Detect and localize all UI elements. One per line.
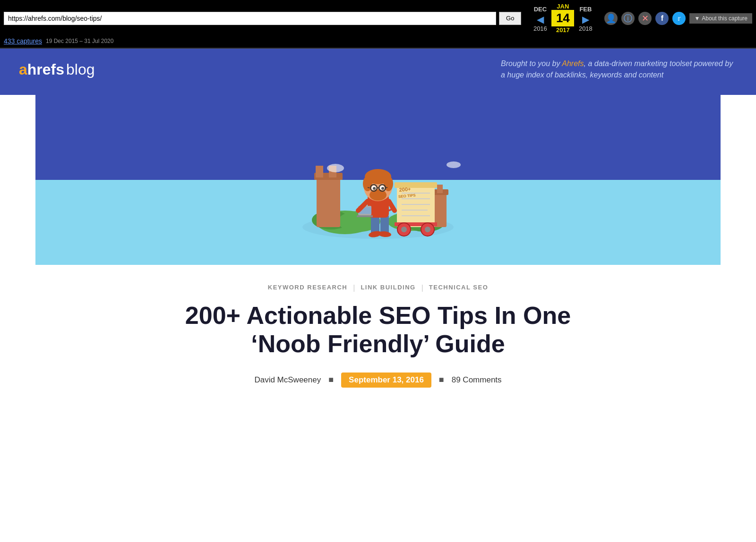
next-arrow[interactable]: ▶	[580, 14, 591, 25]
prev-month-col: DEC ◀ 2016	[529, 5, 551, 32]
about-capture-button[interactable]: ▼ About this capture	[689, 13, 752, 24]
hero-illustration: 200+ SEO TIPS	[284, 109, 472, 251]
tag-keyword-research[interactable]: KEYWORD RESEARCH	[268, 284, 347, 292]
tagline: Brought to you by Ahrefs, a data-driven …	[501, 58, 737, 81]
captures-date-range: 19 Dec 2015 – 31 Jul 2020	[46, 38, 113, 44]
hero-area: 200+ SEO TIPS	[35, 95, 721, 265]
svg-point-46	[373, 187, 376, 190]
tag-link-building[interactable]: LINK BUILDING	[361, 284, 415, 292]
user-icon[interactable]: 👤	[604, 12, 618, 25]
article-meta: David McSweeney ■ September 13, 2016 ■ 8…	[9, 373, 747, 388]
toolbar-icons: 👤 ⓘ ✕ f 𝕣 ▼ About this capture	[604, 12, 752, 25]
article-area: KEYWORD RESEARCH | LINK BUILDING | TECHN…	[0, 265, 756, 397]
tag-separator-1: |	[353, 284, 355, 292]
comments-count: 89 Comments	[452, 375, 502, 385]
captures-link[interactable]: 433 captures	[4, 37, 42, 45]
svg-point-55	[447, 161, 461, 168]
facebook-icon[interactable]: f	[655, 12, 669, 25]
svg-rect-6	[317, 175, 340, 227]
logo-a-letter: a	[19, 61, 27, 78]
prev-year-label: 2016	[529, 25, 551, 32]
svg-line-51	[368, 187, 369, 188]
svg-point-54	[327, 164, 344, 172]
author-name: David McSweeney	[254, 375, 321, 385]
logo-area: ahrefs blog	[19, 61, 95, 78]
logo-hrefs-text: hrefs	[27, 61, 64, 78]
svg-rect-8	[316, 166, 323, 178]
meta-dot-2: ■	[439, 375, 444, 385]
meta-dot-1: ■	[328, 375, 334, 385]
article-tags: KEYWORD RESEARCH | LINK BUILDING | TECHN…	[9, 284, 747, 292]
logo-blog-text: blog	[66, 61, 95, 78]
tag-technical-seo[interactable]: TECHNICAL SEO	[429, 284, 488, 292]
twitter-icon[interactable]: 𝕣	[672, 12, 686, 25]
svg-point-27	[425, 227, 430, 232]
svg-line-52	[386, 187, 387, 188]
next-year-label: 2018	[574, 25, 597, 32]
current-year-label: 2017	[551, 26, 574, 34]
next-month-col: FEB ▶ 2018	[574, 5, 597, 32]
prev-arrow[interactable]: ◀	[535, 14, 546, 25]
url-input[interactable]	[4, 12, 496, 25]
svg-point-25	[401, 227, 407, 232]
toolbar-top: Go DEC ◀ 2016 JAN 14 2017 FEB ▶ 2018 👤 ⓘ…	[0, 0, 756, 36]
current-date-col: JAN 14 2017	[551, 3, 574, 34]
svg-rect-13	[437, 185, 443, 193]
help-icon[interactable]: ⓘ	[621, 12, 635, 25]
tagline-ahrefs-link[interactable]: Ahrefs	[562, 59, 584, 68]
toolbar-bottom: 433 captures 19 Dec 2015 – 31 Jul 2020	[0, 36, 756, 48]
article-title: 200+ Actionable SEO Tips In One ‘Noob Fr…	[165, 302, 591, 358]
svg-rect-36	[357, 215, 373, 217]
calendar-nav: DEC ◀ 2016 JAN 14 2017 FEB ▶ 2018	[529, 3, 597, 34]
current-day-label: 14	[551, 10, 574, 26]
about-capture-arrow: ▼	[694, 15, 700, 22]
close-icon[interactable]: ✕	[638, 12, 652, 25]
svg-text:200+: 200+	[399, 186, 411, 193]
logo-ahrefs: ahrefs	[19, 61, 64, 78]
svg-point-47	[381, 187, 384, 190]
hero-svg: 200+ SEO TIPS	[288, 114, 468, 246]
next-month-label: FEB	[574, 5, 597, 14]
date-badge: September 13, 2016	[341, 373, 431, 388]
prev-month-label: DEC	[529, 5, 551, 14]
tag-separator-2: |	[421, 284, 423, 292]
about-capture-label: About this capture	[702, 15, 747, 22]
site-header: ahrefs blog Brought to you by Ahrefs, a …	[0, 49, 756, 95]
wayback-toolbar: Go DEC ◀ 2016 JAN 14 2017 FEB ▶ 2018 👤 ⓘ…	[0, 0, 756, 49]
go-button[interactable]: Go	[499, 12, 521, 25]
current-month-label: JAN	[551, 3, 574, 10]
